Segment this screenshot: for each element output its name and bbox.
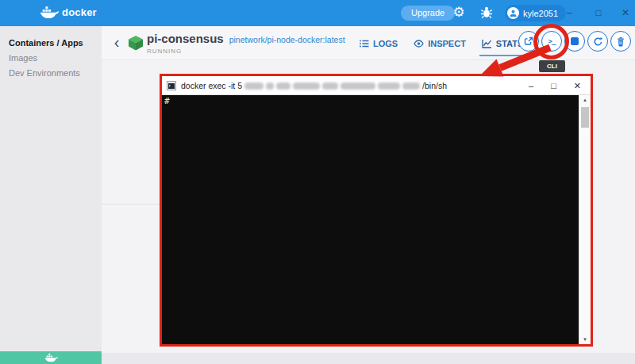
container-name: pi-consensus [147, 32, 224, 45]
sidebar-item-images[interactable]: Images [0, 51, 102, 66]
sidebar-item-containers-apps[interactable]: Containers / Apps [0, 36, 102, 51]
docker-desktop-window: docker Upgrade ⚙ kyle2051 – □ ✕ [0, 0, 635, 364]
sidebar-item-dev-environments[interactable]: Dev Environments [0, 66, 102, 81]
terminal-title-suffix: /bin/sh [422, 81, 447, 90]
bug-report-icon[interactable] [479, 6, 494, 23]
console-window-icon [167, 81, 176, 90]
restart-button[interactable] [587, 31, 608, 52]
container-title-block: pi-consensus pinetwork/pi-node-docker:la… [147, 32, 345, 55]
restart-arrow-icon [593, 36, 603, 47]
whale-footer-icon [44, 353, 58, 362]
close-button[interactable]: ✕ [619, 7, 632, 18]
footer-strip [102, 353, 635, 364]
docker-logo: docker [40, 6, 97, 19]
trash-icon [616, 36, 625, 47]
avatar [507, 7, 519, 19]
username-label: kyle2051 [523, 9, 558, 18]
scroll-up-button[interactable]: ▲ [579, 98, 591, 102]
maximize-button[interactable]: □ [592, 7, 605, 18]
tab-inspect-label: INSPECT [428, 39, 466, 48]
inspect-eye-icon [414, 39, 424, 48]
app-titlebar: docker Upgrade ⚙ kyle2051 – □ ✕ [0, 0, 635, 26]
whale-icon [40, 6, 59, 19]
red-circle-annotation [533, 24, 569, 59]
user-account-button[interactable]: kyle2051 [505, 5, 566, 21]
sidebar: Containers / Apps Images Dev Environment… [0, 26, 102, 364]
terminal-title: docker exec -it 5/bin/sh [181, 81, 447, 90]
terminal-close-button[interactable]: ✕ [574, 76, 581, 95]
redacted-container-id [244, 82, 420, 90]
container-image-link[interactable]: pinetwork/pi-node-docker:latest [229, 35, 345, 44]
cli-tooltip: CLI [539, 60, 565, 72]
tab-inspect[interactable]: INSPECT [414, 26, 466, 60]
terminal-window: docker exec -it 5/bin/sh – □ ✕ # ▲ ▼ [160, 74, 593, 347]
settings-gear-icon[interactable]: ⚙ [450, 4, 468, 21]
container-icon [128, 35, 144, 54]
sidebar-footer [0, 351, 102, 364]
container-status: RUNNING [147, 48, 345, 55]
upgrade-button[interactable]: Upgrade [401, 6, 455, 21]
scroll-thumb[interactable] [581, 107, 589, 128]
tab-logs-label: LOGS [373, 39, 398, 48]
content-gridline [102, 204, 165, 205]
terminal-scrollbar[interactable]: ▲ ▼ [579, 95, 591, 344]
terminal-title-prefix: docker exec -it 5 [181, 81, 242, 90]
delete-button[interactable] [610, 31, 631, 52]
logs-list-icon [360, 39, 369, 48]
tab-logs[interactable]: LOGS [360, 26, 398, 60]
terminal-screen[interactable]: # [162, 95, 579, 344]
stop-square-icon [571, 37, 579, 45]
scroll-down-button[interactable]: ▼ [579, 337, 591, 342]
shell-prompt: # [164, 96, 170, 106]
logo-wordmark: docker [62, 6, 97, 18]
back-button[interactable]: ‹ [111, 33, 122, 52]
minimize-button[interactable]: – [563, 7, 575, 18]
